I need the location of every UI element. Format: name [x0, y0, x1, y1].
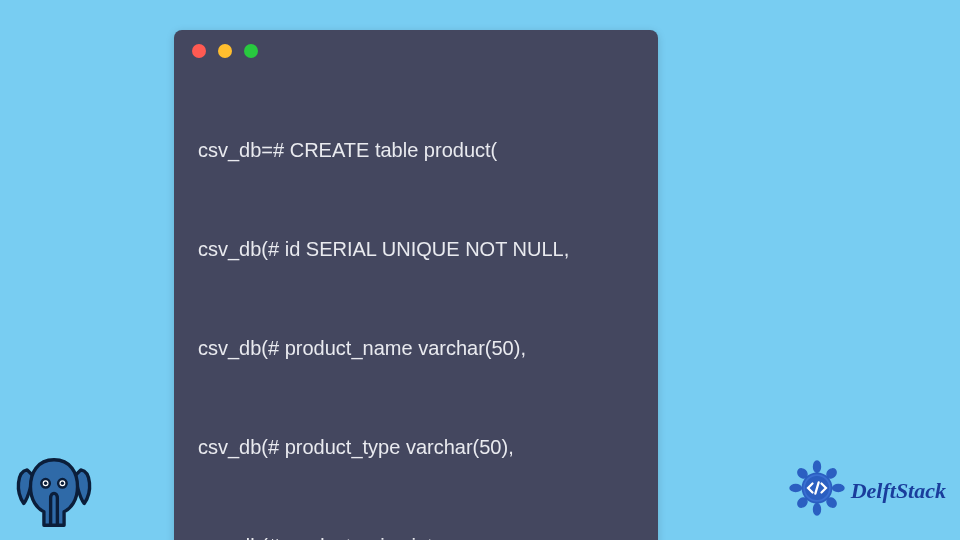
svg-point-3	[61, 482, 64, 485]
close-icon	[192, 44, 206, 58]
delftstack-brand: DelftStack	[789, 460, 946, 522]
svg-point-7	[832, 485, 843, 492]
brand-name-label: DelftStack	[851, 478, 946, 504]
terminal-output: csv_db=# CREATE table product( csv_db(# …	[174, 64, 658, 540]
svg-point-4	[813, 461, 820, 472]
code-line: csv_db(# product_name varchar(50),	[198, 332, 634, 365]
terminal-titlebar	[174, 30, 658, 64]
svg-point-5	[813, 504, 820, 515]
code-line: csv_db(# product_type varchar(50),	[198, 431, 634, 464]
svg-point-2	[44, 482, 47, 485]
maximize-icon	[244, 44, 258, 58]
terminal-window: csv_db=# CREATE table product( csv_db(# …	[174, 30, 658, 540]
svg-point-6	[790, 485, 801, 492]
code-line: csv_db=# CREATE table product(	[198, 134, 634, 167]
code-line: csv_db(# product_price integer,	[198, 530, 634, 540]
minimize-icon	[218, 44, 232, 58]
postgresql-elephant-icon	[12, 448, 96, 532]
code-line: csv_db(# id SERIAL UNIQUE NOT NULL,	[198, 233, 634, 266]
delftstack-logo-icon	[789, 460, 845, 522]
